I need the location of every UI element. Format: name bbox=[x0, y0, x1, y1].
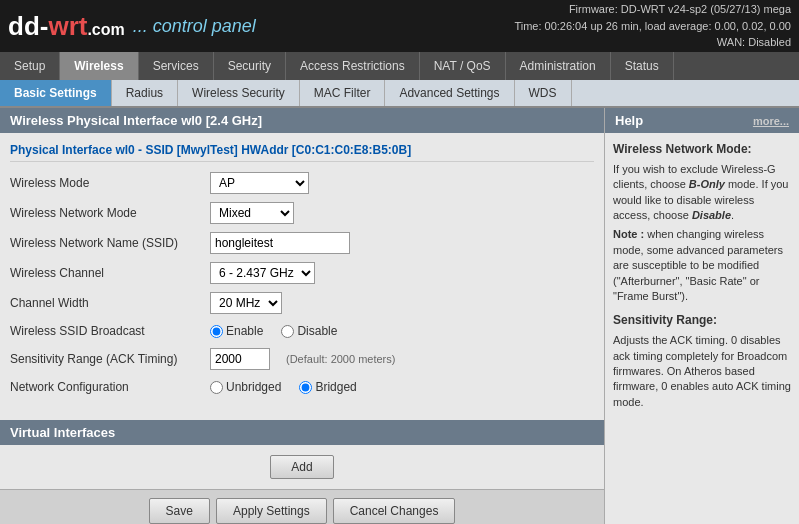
help-title: Help bbox=[615, 113, 643, 128]
subnav-advanced-settings[interactable]: Advanced Settings bbox=[385, 80, 514, 106]
help-panel: Help more... Wireless Network Mode: If y… bbox=[604, 108, 799, 524]
bridged-radio[interactable] bbox=[299, 381, 312, 394]
subnav-radius[interactable]: Radius bbox=[112, 80, 178, 106]
unbridged-label: Unbridged bbox=[226, 380, 281, 394]
help-section1-text: If you wish to exclude Wireless-G client… bbox=[613, 162, 791, 224]
wan-status: WAN: Disabled bbox=[514, 34, 791, 51]
channel-width-row: Channel Width 20 MHz 40 MHz bbox=[10, 288, 594, 318]
logo-wrt: wrt bbox=[48, 11, 87, 41]
firmware-text: Firmware: DD-WRT v24-sp2 (05/27/13) mega bbox=[514, 1, 791, 18]
save-button[interactable]: Save bbox=[149, 498, 210, 524]
network-config-row: Network Configuration Unbridged Bridged bbox=[10, 374, 594, 400]
virtual-interfaces-header: Virtual Interfaces bbox=[0, 420, 604, 445]
wireless-network-mode-row: Wireless Network Mode Mixed B-Only G-Onl… bbox=[10, 198, 594, 228]
sensitivity-control: (Default: 2000 meters) bbox=[210, 348, 395, 370]
help-section2-heading: Sensitivity Range: bbox=[613, 312, 791, 329]
logo-subtitle: ... control panel bbox=[133, 16, 256, 37]
logo-area: dd-wrt.com ... control panel bbox=[8, 11, 256, 42]
channel-row: Wireless Channel 1 - 2.412 GHz 2 - 2.417… bbox=[10, 258, 594, 288]
wireless-mode-label: Wireless Mode bbox=[10, 176, 210, 190]
help-more-link[interactable]: more... bbox=[753, 115, 789, 127]
cancel-changes-button[interactable]: Cancel Changes bbox=[333, 498, 456, 524]
wireless-mode-row: Wireless Mode AP Client Client Bridge Ad… bbox=[10, 168, 594, 198]
channel-width-control: 20 MHz 40 MHz bbox=[210, 292, 282, 314]
sensitivity-input[interactable] bbox=[210, 348, 270, 370]
help-header: Help more... bbox=[605, 108, 799, 133]
logo: dd-wrt.com bbox=[8, 11, 125, 42]
ssid-disable-label: Disable bbox=[297, 324, 337, 338]
apply-settings-button[interactable]: Apply Settings bbox=[216, 498, 327, 524]
uptime-text: Time: 00:26:04 up 26 min, load average: … bbox=[514, 18, 791, 35]
subnav-wireless-security[interactable]: Wireless Security bbox=[178, 80, 300, 106]
section-body: Physical Interface wl0 - SSID [MwylTest]… bbox=[0, 133, 604, 410]
content-wrapper: Wireless Physical Interface wl0 [2.4 GHz… bbox=[0, 108, 799, 524]
network-config-control: Unbridged Bridged bbox=[210, 380, 367, 394]
channel-width-label: Channel Width bbox=[10, 296, 210, 310]
sub-nav: Basic Settings Radius Wireless Security … bbox=[0, 80, 799, 108]
header: dd-wrt.com ... control panel Firmware: D… bbox=[0, 0, 799, 52]
logo-dd: dd- bbox=[8, 11, 48, 41]
subnav-basic-settings[interactable]: Basic Settings bbox=[0, 80, 112, 106]
ssid-broadcast-label: Wireless SSID Broadcast bbox=[10, 324, 210, 338]
channel-control: 1 - 2.412 GHz 2 - 2.417 GHz 3 - 2.422 GH… bbox=[210, 262, 315, 284]
nav-status[interactable]: Status bbox=[611, 52, 674, 80]
nav-wireless[interactable]: Wireless bbox=[60, 52, 138, 80]
subnav-wds[interactable]: WDS bbox=[515, 80, 572, 106]
logo-com: .com bbox=[87, 21, 124, 38]
help-section1-note: Note : when changing wireless mode, some… bbox=[613, 227, 791, 304]
wireless-network-mode-select[interactable]: Mixed B-Only G-Only N-Only BG-Mixed Disa… bbox=[210, 202, 294, 224]
main-content: Wireless Physical Interface wl0 [2.4 GHz… bbox=[0, 108, 604, 524]
physical-interface-header: Physical Interface wl0 - SSID [MwylTest]… bbox=[10, 137, 594, 162]
virtual-interfaces-body: Add bbox=[0, 445, 604, 489]
subnav-mac-filter[interactable]: MAC Filter bbox=[300, 80, 386, 106]
nav-administration[interactable]: Administration bbox=[506, 52, 611, 80]
footer-buttons: Save Apply Settings Cancel Changes bbox=[0, 489, 604, 524]
ssid-row: Wireless Network Name (SSID) bbox=[10, 228, 594, 258]
help-section1-heading: Wireless Network Mode: bbox=[613, 141, 791, 158]
help-section2-text: Adjusts the ACK timing. 0 disables ack t… bbox=[613, 333, 791, 410]
nav-setup[interactable]: Setup bbox=[0, 52, 60, 80]
channel-label: Wireless Channel bbox=[10, 266, 210, 280]
nav-access-restrictions[interactable]: Access Restrictions bbox=[286, 52, 420, 80]
ssid-label: Wireless Network Name (SSID) bbox=[10, 236, 210, 250]
channel-select[interactable]: 1 - 2.412 GHz 2 - 2.417 GHz 3 - 2.422 GH… bbox=[210, 262, 315, 284]
ssid-enable-label: Enable bbox=[226, 324, 263, 338]
wireless-network-mode-control: Mixed B-Only G-Only N-Only BG-Mixed Disa… bbox=[210, 202, 294, 224]
wireless-mode-select[interactable]: AP Client Client Bridge Adhoc Monitor bbox=[210, 172, 309, 194]
ssid-broadcast-control: Enable Disable bbox=[210, 324, 347, 338]
bridged-label: Bridged bbox=[315, 380, 356, 394]
ssid-input[interactable] bbox=[210, 232, 350, 254]
sensitivity-default: (Default: 2000 meters) bbox=[286, 353, 395, 365]
nav-nat-qos[interactable]: NAT / QoS bbox=[420, 52, 506, 80]
sensitivity-row: Sensitivity Range (ACK Timing) (Default:… bbox=[10, 344, 594, 374]
wireless-mode-control: AP Client Client Bridge Adhoc Monitor bbox=[210, 172, 309, 194]
network-config-label: Network Configuration bbox=[10, 380, 210, 394]
ssid-control bbox=[210, 232, 350, 254]
ssid-broadcast-row: Wireless SSID Broadcast Enable Disable bbox=[10, 318, 594, 344]
help-body: Wireless Network Mode: If you wish to ex… bbox=[605, 133, 799, 422]
top-nav: Setup Wireless Services Security Access … bbox=[0, 52, 799, 80]
channel-width-select[interactable]: 20 MHz 40 MHz bbox=[210, 292, 282, 314]
ssid-enable-radio[interactable] bbox=[210, 325, 223, 338]
nav-services[interactable]: Services bbox=[139, 52, 214, 80]
sensitivity-label: Sensitivity Range (ACK Timing) bbox=[10, 352, 210, 366]
ssid-disable-radio[interactable] bbox=[281, 325, 294, 338]
unbridged-radio[interactable] bbox=[210, 381, 223, 394]
wireless-network-mode-label: Wireless Network Mode bbox=[10, 206, 210, 220]
add-button[interactable]: Add bbox=[270, 455, 333, 479]
section-header: Wireless Physical Interface wl0 [2.4 GHz… bbox=[0, 108, 604, 133]
nav-security[interactable]: Security bbox=[214, 52, 286, 80]
header-info: Firmware: DD-WRT v24-sp2 (05/27/13) mega… bbox=[514, 1, 791, 51]
